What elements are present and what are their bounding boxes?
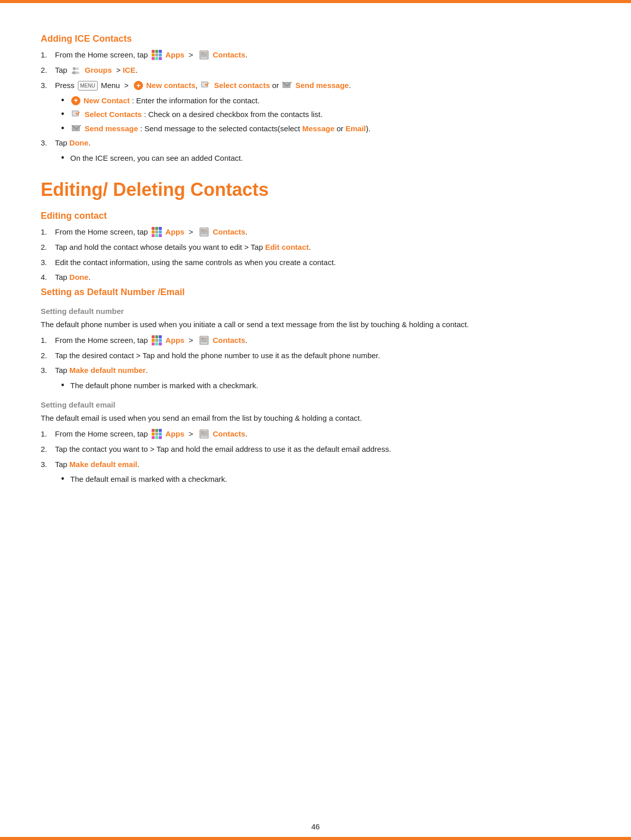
step-num-2: 2. xyxy=(41,65,55,76)
ice-step-1: 1. From the Home screen, tap Apps > xyxy=(41,49,590,61)
ice-step-done: 3. Tap Done. xyxy=(41,137,590,149)
defemail-step-3: 3. Tap Make default email. xyxy=(41,459,590,471)
defnum-step-num-2: 2. xyxy=(41,350,55,362)
new-contact-bullet-label: New Contact xyxy=(83,96,130,105)
menu-icon: MENU xyxy=(78,81,98,91)
adding-ice-title: Adding ICE Contacts xyxy=(41,34,590,44)
apps-icon-3 xyxy=(151,335,162,346)
bullet-send-msg: • Send message : Send message to the sel… xyxy=(61,123,590,135)
make-default-email-label: Make default email xyxy=(69,460,137,469)
edit-step-num-1: 1. xyxy=(41,226,55,238)
defnum-step-1-content: From the Home screen, tap Apps > xyxy=(55,335,590,346)
defnum-step-1: 1. From the Home screen, tap Apps > xyxy=(41,335,590,346)
svg-point-9 xyxy=(75,72,79,74)
step-num-3a: 3. xyxy=(41,80,55,92)
svg-rect-17 xyxy=(200,228,208,236)
page-container: Adding ICE Contacts 1. From the Home scr… xyxy=(0,18,631,529)
defemail-step-num-3: 3. xyxy=(41,459,55,471)
edit-step-2: 2. Tap and hold the contact whose detail… xyxy=(41,242,590,253)
svg-point-6 xyxy=(73,67,76,70)
groups-label: Groups xyxy=(85,66,112,74)
bullet-defemail: • The default email is marked with a che… xyxy=(61,474,590,485)
done-label-1: Done xyxy=(69,138,89,147)
svg-point-5 xyxy=(202,52,203,54)
svg-rect-23 xyxy=(200,336,208,344)
bullet-select-content: Select Contacts : Check on a desired che… xyxy=(70,109,323,121)
ice-step-3-bullets: • + New Contact : Enter the information … xyxy=(61,95,590,135)
defnum-step-3-content: Tap Make default number. xyxy=(55,365,590,376)
edit-step-3: 3. Edit the contact information, using t… xyxy=(41,257,590,269)
select-contacts-icon xyxy=(200,81,211,90)
contacts-icon-1 xyxy=(198,49,210,61)
top-border xyxy=(0,0,631,3)
svg-point-27 xyxy=(202,337,203,339)
bullet-dot-6: • xyxy=(61,474,70,485)
step-num-3b: 3. xyxy=(41,137,55,149)
apps-label-4: Apps xyxy=(165,429,185,438)
message-label: Message xyxy=(302,124,334,133)
defemail-bullets: • The default email is marked with a che… xyxy=(61,474,590,485)
setting-default-number-subtitle: Setting default number xyxy=(41,307,590,315)
ice-step-2: 2. Tap Groups > ICE. xyxy=(41,65,590,76)
new-contact-icon: + xyxy=(134,81,143,90)
defnum-step-num-3: 3. xyxy=(41,365,55,376)
send-message-label: Send message xyxy=(295,81,349,90)
select-contacts-label: Select contacts xyxy=(214,81,270,90)
edit-step-3-content: Edit the contact information, using the … xyxy=(55,257,590,269)
page-footer: 46 xyxy=(0,822,631,831)
bullet-new-contact: • + New Contact : Enter the information … xyxy=(61,95,590,107)
send-message-icon-b xyxy=(71,124,81,133)
setting-default-email-subtitle: Setting default email xyxy=(41,400,590,409)
contacts-label-4: Contacts xyxy=(213,429,245,438)
defemail-step-1: 1. From the Home screen, tap Apps > xyxy=(41,428,590,440)
apps-icon-4 xyxy=(151,428,162,440)
bullet-dot-2: • xyxy=(61,109,70,120)
ice-step-3: 3. Press MENU Menu > + New contacts, Sel… xyxy=(41,80,590,92)
send-message-bullet-label: Send message xyxy=(84,124,138,133)
bullet-dot-1: • xyxy=(61,95,70,106)
apps-grid-1 xyxy=(152,50,162,60)
bullet-new-content: + New Contact : Enter the information fo… xyxy=(70,95,260,107)
bottom-orange-bar xyxy=(0,837,631,840)
edit-step-num-4: 4. xyxy=(41,272,55,283)
bullet-ice-text: On the ICE screen, you can see an added … xyxy=(70,153,243,164)
defemail-step-num-1: 1. xyxy=(41,428,55,440)
bullet-defemail-text: The default email is marked with a check… xyxy=(70,474,227,485)
defemail-step-1-content: From the Home screen, tap Apps > xyxy=(55,428,590,440)
edit-step-1-content: From the Home screen, tap Apps > xyxy=(55,226,590,238)
step-done-content: Tap Done. xyxy=(55,137,590,149)
menu-label: Menu xyxy=(101,81,120,90)
defnum-step-3: 3. Tap Make default number. xyxy=(41,365,590,376)
edit-step-4-content: Tap Done. xyxy=(55,272,590,283)
step-3-content: Press MENU Menu > + New contacts, Select… xyxy=(55,80,590,92)
defnum-step-num-1: 1. xyxy=(41,335,55,346)
defnum-step-2-content: Tap the desired contact > Tap and hold t… xyxy=(55,350,590,362)
apps-grid-4 xyxy=(152,429,162,439)
edit-contact-label: Edit contact xyxy=(265,243,309,251)
setting-default-title: Setting as Default Number /Email xyxy=(41,287,590,298)
defemail-step-num-2: 2. xyxy=(41,444,55,455)
contacts-icon-3 xyxy=(198,335,210,346)
svg-point-33 xyxy=(202,431,203,433)
new-contact-icon-b: + xyxy=(71,96,80,105)
bullet-ice-screen: • On the ICE screen, you can see an adde… xyxy=(61,153,590,164)
apps-icon-1 xyxy=(151,49,162,61)
apps-grid-3 xyxy=(152,335,162,345)
bullet-dot-4: • xyxy=(61,153,70,164)
bullet-defnum: • The default phone number is marked wit… xyxy=(61,380,590,392)
defnum-step-2: 2. Tap the desired contact > Tap and hol… xyxy=(41,350,590,362)
defemail-step-3-content: Tap Make default email. xyxy=(55,459,590,471)
bullet-dot-3: • xyxy=(61,123,70,134)
editing-contact-title: Editing contact xyxy=(41,211,590,221)
ice-done-bullets: • On the ICE screen, you can see an adde… xyxy=(61,153,590,164)
done-label-2: Done xyxy=(69,273,89,281)
page-number: 46 xyxy=(311,822,320,831)
apps-label-3: Apps xyxy=(165,336,185,344)
apps-grid-2 xyxy=(152,227,162,237)
groups-icon xyxy=(70,65,81,76)
ice-label: ICE xyxy=(123,66,135,74)
svg-point-21 xyxy=(202,229,203,231)
new-contacts-label: New contacts xyxy=(146,81,195,90)
step-num-1: 1. xyxy=(41,49,55,61)
apps-label-1: Apps xyxy=(165,50,185,59)
